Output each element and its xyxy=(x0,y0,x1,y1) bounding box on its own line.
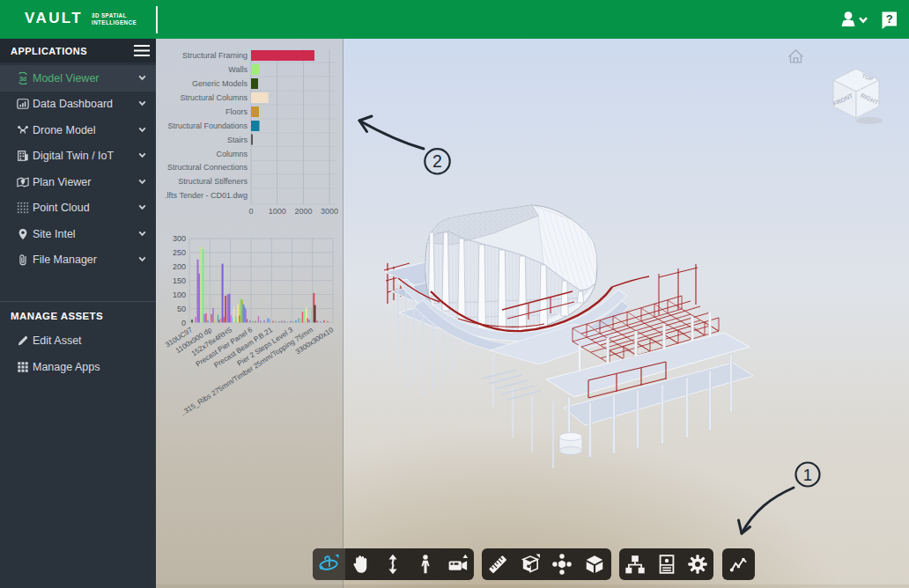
svg-text:1: 1 xyxy=(803,466,812,484)
svg-text:2: 2 xyxy=(432,151,442,171)
